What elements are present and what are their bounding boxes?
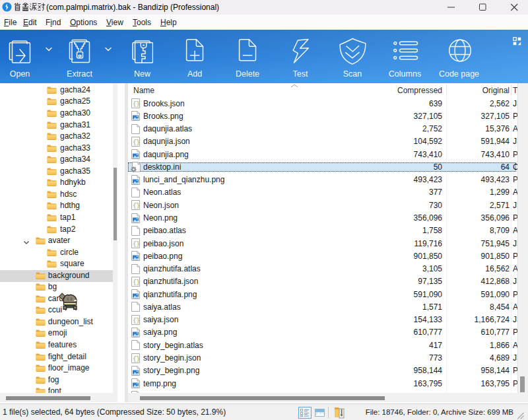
svg-text:{}: {} — [133, 139, 140, 145]
svg-text:{}: {} — [133, 101, 140, 108]
svg-text:{}: {} — [133, 355, 140, 362]
svg-text:{}: {} — [133, 317, 140, 324]
svg-text:{}: {} — [133, 241, 140, 248]
svg-text:{}: {} — [133, 279, 140, 285]
svg-text:{}: {} — [133, 203, 140, 209]
